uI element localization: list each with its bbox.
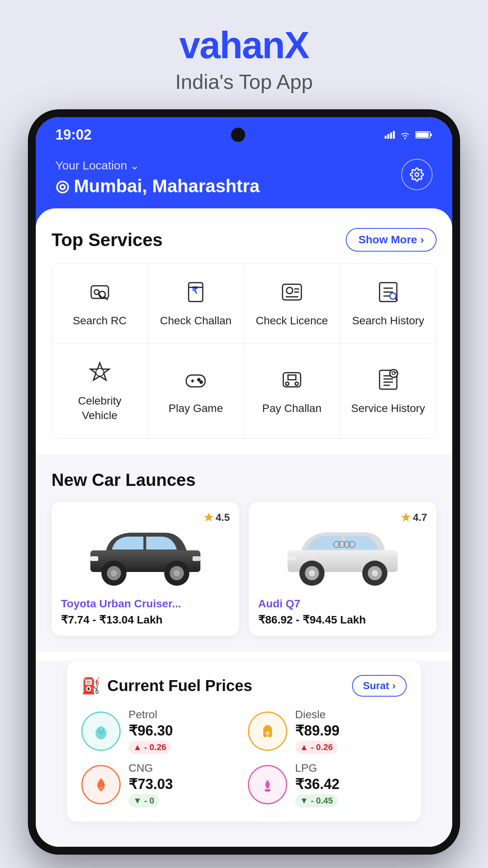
star-icon: ★ — [204, 511, 213, 524]
star-icon: ★ — [401, 511, 411, 524]
svg-point-23 — [96, 368, 104, 376]
service-label: Search RC — [73, 314, 127, 328]
car-image-container: ★ 4.7 — [258, 511, 427, 590]
svg-point-42 — [111, 570, 117, 576]
svg-point-30 — [286, 382, 289, 385]
audi-price: ₹86.92 - ₹94.45 Lakh — [258, 613, 427, 626]
car-image-toyota — [61, 515, 230, 586]
phone-screen: 19:02 — [36, 117, 452, 847]
service-service-history[interactable]: ⟳ Service History — [340, 344, 437, 438]
toyota-name: Toyota Urban Cruiser... — [61, 598, 230, 610]
battery-icon — [415, 131, 433, 139]
svg-point-45 — [174, 570, 180, 576]
camera-notch — [231, 128, 245, 142]
show-more-label: Show More — [358, 234, 417, 246]
service-play-game[interactable]: Play Game — [148, 344, 244, 438]
city-selector-button[interactable]: Surat › — [352, 675, 407, 697]
car-card-audi[interactable]: ★ 4.7 Audi Q7 ₹86.92 - ₹94.45 Lakh — [249, 502, 437, 636]
svg-rect-1 — [430, 134, 432, 136]
petrol-price: ₹96.30 — [128, 723, 173, 739]
chevron-down-icon: ⌄ — [130, 159, 139, 172]
svg-point-63 — [99, 726, 103, 731]
svg-rect-46 — [90, 556, 98, 561]
svg-rect-56 — [389, 556, 398, 560]
diesel-icon — [248, 712, 287, 751]
svg-rect-55 — [288, 556, 296, 560]
service-label: Check Challan — [160, 314, 231, 328]
fuel-item-lpg: LPG ₹36.42 ▼ - 0.45 — [248, 762, 407, 807]
pin-icon: ◎ — [55, 177, 69, 195]
fuel-grid: Petrol ₹96.30 ▲ - 0.26 — [81, 708, 407, 807]
svg-point-28 — [200, 381, 202, 383]
audi-rating: ★ 4.7 — [401, 511, 427, 524]
svg-rect-66 — [266, 732, 270, 735]
show-more-button[interactable]: Show More › — [346, 228, 437, 252]
search-history-icon — [376, 280, 401, 308]
car-card-toyota[interactable]: ★ 4.5 Toyota Urban Cruiser... ₹7.74 - ₹1… — [51, 502, 239, 636]
fuel-header: ⛽ Current Fuel Prices Surat › — [81, 675, 407, 697]
audi-name: Audi Q7 — [258, 598, 427, 610]
fuel-title: ⛽ Current Fuel Prices — [81, 677, 252, 695]
svg-point-68 — [99, 787, 103, 790]
svg-rect-47 — [193, 556, 200, 561]
fuel-pump-icon: ⛽ — [81, 677, 101, 695]
brand-title: vahanX — [175, 24, 313, 67]
fuel-item-diesel: Diesle ₹89.99 ▲ - 0.26 — [248, 708, 407, 754]
svg-point-3 — [415, 173, 419, 177]
service-celebrity-vehicle[interactable]: Celebrity Vehicle — [52, 344, 148, 438]
services-grid: Search RC ₹ Check Challan — [51, 263, 437, 439]
service-search-rc[interactable]: Search RC — [52, 264, 148, 344]
diesel-name: Diesle — [295, 708, 339, 721]
location-city: ◎ Mumbai, Maharashtra — [55, 175, 260, 197]
cng-price: ₹73.03 — [128, 776, 173, 793]
svg-point-20 — [390, 293, 396, 299]
check-licence-icon — [279, 280, 305, 308]
svg-point-51 — [309, 570, 315, 576]
service-label: Service History — [351, 401, 425, 416]
service-label: Check Licence — [256, 314, 328, 328]
lpg-name: LPG — [295, 762, 339, 774]
pay-challan-icon — [279, 367, 305, 396]
service-label: Play Game — [169, 401, 223, 416]
petrol-change: ▲ - 0.26 — [128, 741, 171, 754]
service-pay-challan[interactable]: Pay Challan — [244, 344, 340, 438]
svg-rect-2 — [416, 132, 429, 137]
svg-point-54 — [372, 570, 378, 576]
lpg-change: ▼ - 0.45 — [295, 794, 338, 807]
svg-rect-70 — [265, 790, 270, 791]
toyota-rating: ★ 4.5 — [204, 511, 230, 524]
service-history-icon: ⟳ — [376, 367, 401, 396]
brand-tagline: India's Top App — [175, 70, 313, 94]
svg-point-7 — [99, 291, 105, 298]
new-car-launches-title: New Car Launces — [51, 470, 437, 490]
petrol-info: Petrol ₹96.30 ▲ - 0.26 — [128, 708, 173, 754]
gear-icon — [410, 167, 424, 182]
search-rc-icon — [87, 280, 112, 308]
play-game-icon — [183, 367, 208, 396]
svg-point-12 — [286, 287, 293, 294]
settings-button[interactable] — [401, 159, 433, 190]
diesel-info: Diesle ₹89.99 ▲ - 0.26 — [295, 708, 339, 754]
svg-point-67 — [266, 735, 269, 737]
services-title: Top Services — [51, 229, 163, 250]
service-check-challan[interactable]: ₹ Check Challan — [148, 264, 244, 344]
petrol-name: Petrol — [128, 708, 173, 721]
fuel-item-petrol: Petrol ₹96.30 ▲ - 0.26 — [81, 708, 240, 754]
service-label: Celebrity Vehicle — [60, 394, 140, 423]
check-challan-icon: ₹ — [183, 280, 208, 308]
brand-name-accent: X — [284, 24, 309, 66]
phone-frame: 19:02 — [28, 109, 460, 855]
brand-section: vahanX India's Top App — [175, 0, 313, 109]
lpg-price: ₹36.42 — [295, 776, 339, 793]
status-icons — [385, 131, 433, 139]
fuel-item-cng: CNG ₹73.03 ▼ - 0 — [81, 762, 240, 807]
fuel-prices-section: ⛽ Current Fuel Prices Surat › — [67, 661, 421, 822]
svg-marker-22 — [90, 363, 109, 380]
location-section: Your Location ⌄ ◎ Mumbai, Maharashtra — [55, 159, 260, 197]
service-check-licence[interactable]: Check Licence — [244, 264, 340, 344]
chevron-right-icon: › — [392, 680, 396, 692]
car-image-container: ★ 4.5 — [61, 511, 230, 590]
service-search-history[interactable]: Search History — [340, 264, 437, 344]
service-label: Pay Challan — [262, 401, 321, 416]
svg-text:₹: ₹ — [192, 285, 198, 296]
